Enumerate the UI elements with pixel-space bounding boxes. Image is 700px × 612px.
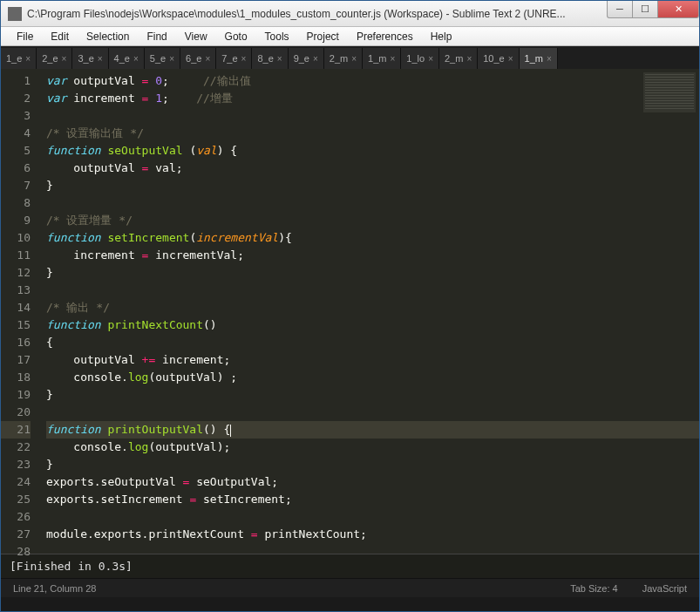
code-line[interactable]: function seOutputVal (val) { [46,142,699,160]
code-line[interactable]: function setIncrement(incrementVal){ [46,229,699,247]
close-icon[interactable]: × [390,54,395,64]
code-line[interactable]: exports.seOutputVal = seOutputVal; [46,473,699,491]
line-number-gutter: 1234567891011121314151617181920212223242… [1,69,39,554]
maximize-button[interactable]: ☐ [632,1,658,18]
close-icon[interactable]: × [466,54,472,64]
code-line[interactable]: console.log(outputVal) ; [46,369,699,386]
minimap[interactable] [643,72,696,112]
line-number: 1 [1,72,31,90]
tab-7[interactable]: 8_e× [252,48,288,69]
code-line[interactable] [46,282,699,299]
close-icon[interactable]: × [25,54,31,64]
menu-view[interactable]: View [176,31,216,43]
tab-label: 3_e [78,53,93,64]
menu-preferences[interactable]: Preferences [348,31,422,43]
code-line[interactable] [46,107,699,125]
line-number: 20 [1,404,31,421]
code-line[interactable]: /* 设置增量 */ [46,212,699,229]
menu-project[interactable]: Project [298,31,348,43]
code-line[interactable]: /* 设置输出值 */ [46,125,699,142]
menu-selection[interactable]: Selection [78,31,138,43]
close-icon[interactable]: × [428,54,433,64]
close-icon[interactable]: × [313,54,318,64]
close-icon[interactable]: × [277,54,282,64]
line-number: 12 [1,264,31,282]
code-area[interactable]: var outputVal = 0; //输出值var increment = … [39,69,699,554]
close-icon[interactable]: × [205,54,210,64]
tab-label: 2_m [330,53,348,64]
tab-1[interactable]: 2_e× [37,48,72,69]
tab-12[interactable]: 2_m× [439,48,478,69]
code-line[interactable]: module.exports.printNextCount = printNex… [46,526,699,543]
close-button[interactable]: ✕ [657,1,699,18]
menu-edit[interactable]: Edit [42,31,78,43]
code-line[interactable]: outputVal += increment; [46,351,699,369]
line-number: 25 [1,491,31,508]
menu-tools[interactable]: Tools [256,31,298,43]
tab-label: 1_e [6,53,22,64]
line-number: 4 [1,125,31,142]
code-line[interactable] [46,404,699,421]
code-line[interactable]: { [46,334,699,351]
line-number: 16 [1,334,31,351]
tab-5[interactable]: 6_e× [180,48,216,69]
line-number: 26 [1,508,31,526]
editor[interactable]: 1234567891011121314151617181920212223242… [1,69,699,554]
line-number: 14 [1,299,31,316]
tab-2[interactable]: 3_e× [72,48,108,69]
tab-label: 5_e [150,53,166,64]
tab-4[interactable]: 5_e× [145,48,180,69]
cursor-position[interactable]: Line 21, Column 28 [13,583,96,594]
app-icon [8,7,22,21]
tab-0[interactable]: 1_e× [1,48,37,69]
close-icon[interactable]: × [241,54,247,64]
tab-13[interactable]: 10_e× [478,48,519,69]
close-icon[interactable]: × [508,54,513,64]
line-number: 22 [1,439,31,456]
console-text: [Finished in 0.3s] [10,560,133,573]
close-icon[interactable]: × [169,54,174,64]
code-line[interactable]: outputVal = val; [46,160,699,177]
line-number: 28 [1,543,31,561]
line-number: 8 [1,194,31,212]
tab-3[interactable]: 4_e× [109,48,145,69]
menu-help[interactable]: Help [422,31,461,43]
syntax-mode[interactable]: JavaScript [642,583,687,594]
code-line[interactable]: /* 输出 */ [46,299,699,316]
menu-file[interactable]: File [8,31,42,43]
code-line[interactable]: } [46,456,699,473]
code-line[interactable]: var increment = 1; //增量 [46,90,699,107]
close-icon[interactable]: × [547,54,552,64]
close-icon[interactable]: × [62,54,67,64]
code-line[interactable]: } [46,264,699,282]
code-line[interactable]: } [46,177,699,194]
code-line[interactable] [46,543,699,561]
code-line[interactable]: } [46,386,699,404]
tab-11[interactable]: 1_lo× [401,48,439,69]
tab-9[interactable]: 2_m× [324,48,363,69]
code-line[interactable]: increment = incrementVal; [46,247,699,264]
line-number: 9 [1,212,31,229]
menu-goto[interactable]: Goto [216,31,256,43]
minimize-button[interactable]: ─ [607,1,633,18]
tab-8[interactable]: 9_e× [289,48,324,69]
code-line[interactable]: function printOutputVal() { [46,421,699,439]
tab-10[interactable]: 1_m× [363,48,401,69]
tab-14[interactable]: 1_m× [520,48,558,69]
code-line[interactable] [46,508,699,526]
code-line[interactable]: console.log(outputVal); [46,439,699,456]
menu-find[interactable]: Find [138,31,175,43]
tab-6[interactable]: 7_e× [216,48,252,69]
code-line[interactable]: var outputVal = 0; //输出值 [46,72,699,90]
code-line[interactable] [46,194,699,212]
titlebar[interactable]: C:\Program Files\nodejs\Workspace\module… [1,1,699,27]
code-line[interactable]: exports.setIncrement = setIncrement; [46,491,699,508]
close-icon[interactable]: × [351,54,357,64]
close-icon[interactable]: × [133,54,139,64]
tab-label: 1_m [525,53,543,64]
code-line[interactable]: function printNextCount() [46,316,699,334]
line-number: 24 [1,473,31,491]
tab-size[interactable]: Tab Size: 4 [570,583,617,594]
close-icon[interactable]: × [98,54,103,64]
line-number: 23 [1,456,31,473]
